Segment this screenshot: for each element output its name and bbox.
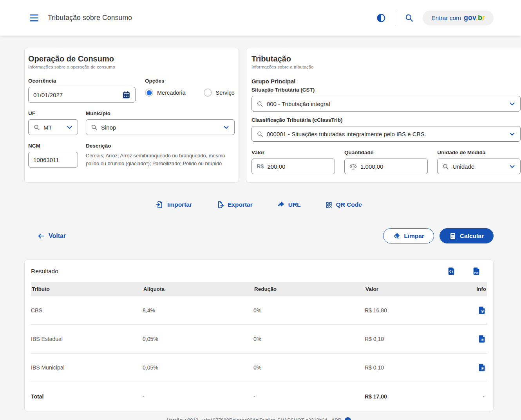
share-arrow-icon [277, 201, 285, 209]
total-info: - [469, 393, 487, 400]
importar-link[interactable]: Importar [156, 201, 192, 209]
calcular-label: Calcular [460, 233, 484, 240]
row-valor: R$ 0,10 [365, 336, 469, 342]
menu-icon[interactable] [29, 13, 39, 23]
total-valor: R$ 17,00 [365, 393, 469, 400]
descricao-text: Cereais; Arroz; Arroz semibranqueado ou … [86, 152, 235, 168]
total-aliquota: - [143, 393, 253, 400]
limpar-label: Limpar [404, 233, 424, 240]
url-label: URL [288, 201, 301, 208]
arrow-left-icon [37, 232, 45, 240]
tax-card-title: Tributação [251, 54, 521, 63]
chevron-down-icon [509, 131, 516, 137]
radio-servico-control[interactable] [204, 88, 212, 97]
calendar-icon[interactable] [122, 91, 130, 99]
radio-mercadoria-control[interactable] [145, 88, 153, 97]
result-table-header: Tributo Alíquota Redução Valor Info [31, 282, 487, 296]
voltar-link[interactable]: Voltar [37, 232, 66, 240]
tax-card-subtitle: Informações sobre a tributação [251, 65, 521, 69]
svg-text:PDF: PDF [474, 272, 479, 274]
valor-label: Valor [251, 150, 335, 155]
exportar-link[interactable]: Exportar [216, 201, 253, 209]
limpar-button[interactable]: Limpar [383, 228, 434, 243]
login-label: Entrar com [431, 14, 461, 22]
export-code-icon[interactable] [446, 266, 456, 276]
chevron-down-icon [509, 101, 516, 107]
ocorrencia-date-field[interactable] [28, 87, 136, 103]
qrcode-icon [325, 201, 333, 209]
operation-card-title: Operação de Consumo [28, 54, 235, 63]
chevron-down-icon [66, 124, 73, 131]
opcoes-label: Opções [145, 78, 235, 84]
search-icon[interactable] [402, 11, 416, 25]
col-tributo: Tributo [31, 286, 143, 292]
ocorrencia-date-input[interactable] [33, 92, 119, 98]
radio-mercadoria[interactable]: Mercadoria [145, 88, 186, 97]
search-icon [91, 124, 98, 131]
file-search-icon[interactable] [478, 306, 486, 315]
valor-input[interactable] [267, 163, 330, 170]
municipio-value: Sinop [101, 124, 219, 131]
ncm-input[interactable] [33, 157, 73, 163]
operation-card: Operação de Consumo Informações sobre a … [24, 48, 239, 183]
cst-label: Situação Tributária (CST) [251, 87, 521, 93]
radio-servico[interactable]: Serviço [204, 88, 235, 97]
uf-label: UF [28, 110, 78, 116]
file-export-icon [216, 201, 224, 209]
scale-icon [349, 163, 357, 170]
municipio-label: Município [86, 110, 235, 116]
cclasstrib-select[interactable]: 000001 - Situações tributadas integralme… [251, 126, 521, 142]
tax-card: Tributação Informações sobre a tributaçã… [246, 48, 521, 183]
descricao-label: Descrição [86, 143, 235, 149]
uf-select[interactable]: MT [28, 119, 78, 135]
contrast-icon[interactable] [374, 11, 388, 25]
page-title: Tributação sobre Consumo [48, 14, 132, 22]
uf-value: MT [43, 124, 63, 131]
url-link[interactable]: URL [277, 201, 301, 209]
search-icon [33, 124, 40, 131]
cst-select[interactable]: 000 - Tributação integral [251, 96, 521, 112]
file-search-icon[interactable] [478, 335, 486, 343]
quantidade-input[interactable] [360, 163, 423, 170]
radio-servico-label: Serviço [216, 90, 235, 96]
row-reducao: 0% [253, 364, 365, 371]
top-header: Tributação sobre Consumo Entrar com gov.… [0, 0, 521, 36]
radio-mercadoria-label: Mercadoria [157, 90, 186, 96]
row-reducao: 0% [253, 336, 365, 342]
unidade-label: Unidade de Medida [437, 150, 521, 155]
file-search-icon[interactable] [478, 363, 486, 372]
table-total-row: Total - - R$ 17,00 - [31, 382, 487, 411]
importar-label: Importar [167, 201, 192, 208]
govbr-logo: gov.br [464, 14, 485, 22]
quantidade-field[interactable] [344, 159, 428, 174]
chevron-down-icon [223, 124, 230, 131]
search-icon [442, 163, 449, 170]
info-icon[interactable]: i [345, 417, 351, 420]
row-tributo: CBS [31, 307, 143, 314]
ncm-field[interactable] [28, 152, 78, 168]
search-icon [257, 101, 263, 107]
valor-field[interactable]: R$ [251, 159, 335, 174]
row-tributo: IBS Municipal [31, 364, 143, 371]
col-aliquota: Alíquota [143, 286, 253, 292]
col-reducao: Redução [253, 286, 365, 292]
currency-prefix: R$ [257, 163, 264, 169]
chevron-down-icon [509, 163, 516, 170]
municipio-select[interactable]: Sinop [86, 119, 235, 135]
exportar-label: Exportar [228, 201, 253, 208]
cclasstrib-value: 000001 - Situações tributadas integralme… [267, 131, 505, 137]
qrcode-link[interactable]: QR Code [325, 201, 362, 209]
calcular-button[interactable]: Calcular [440, 228, 494, 243]
table-row: IBS Estadual 0,05% 0% R$ 0,10 [31, 325, 487, 353]
calculator-icon [449, 233, 456, 240]
login-govbr-button[interactable]: Entrar com gov.br [423, 11, 494, 25]
file-import-icon [156, 201, 164, 209]
version-text: Versão: v0012 - wip4977880Release09ApiPu… [167, 418, 341, 420]
row-reducao: 0% [253, 307, 365, 314]
ocorrencia-label: Ocorrência [28, 78, 136, 84]
unidade-select[interactable]: Unidade [437, 159, 521, 174]
col-valor: Valor [365, 286, 469, 292]
export-pdf-icon[interactable]: PDF [471, 266, 481, 276]
operation-card-subtitle: Informações sobre a operação de consumo [28, 65, 235, 69]
row-tributo: IBS Estadual [31, 336, 143, 342]
